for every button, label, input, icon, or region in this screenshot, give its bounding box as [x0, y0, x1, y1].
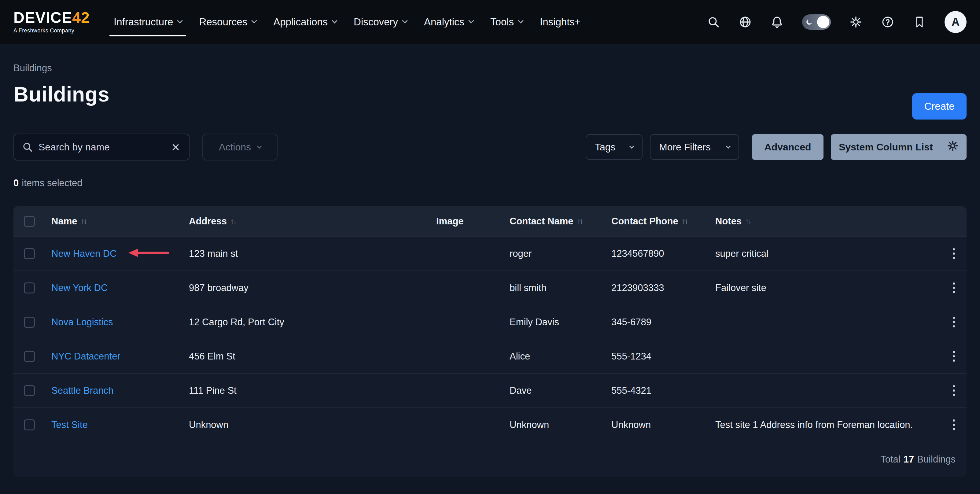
table-row: Test Site Unknown Unknown Unknown Test s… [13, 408, 967, 442]
kebab-menu-icon[interactable] [950, 349, 958, 364]
logo-subtitle: A Freshworks Company [13, 27, 93, 34]
nav-item-applications[interactable]: Applications [265, 0, 345, 44]
search-box[interactable]: × [13, 134, 189, 161]
building-name-link[interactable]: NYC Datacenter [51, 351, 121, 362]
building-name-link[interactable]: New Haven DC [51, 248, 117, 259]
address-cell: 111 Pine St [189, 385, 436, 396]
row-checkbox[interactable] [24, 385, 35, 396]
total-entity: Buildings [917, 454, 956, 465]
top-navigation-bar: DEVICE42 A Freshworks Company Infrastruc… [0, 0, 980, 44]
table-header-row: Name↑↓ Address↑↓ Image Contact Name↑↓ Co… [13, 206, 967, 236]
contact-name-cell: bill smith [509, 282, 611, 293]
sort-icon[interactable]: ↑↓ [682, 217, 687, 226]
page-content: Buildings Buildings Create × Actions Tag… [0, 63, 980, 476]
kebab-menu-icon[interactable] [950, 280, 958, 296]
globe-icon[interactable] [738, 15, 752, 29]
column-header-address[interactable]: Address↑↓ [189, 216, 436, 227]
column-header-contact-phone[interactable]: Contact Phone↑↓ [611, 216, 715, 227]
logo-brand-accent: 42 [72, 9, 90, 26]
items-selected-status: 0items selected [13, 178, 967, 189]
gear-icon [947, 140, 959, 154]
system-column-list-button[interactable]: System Column List [831, 134, 967, 160]
address-cell: 12 Cargo Rd, Port City [189, 317, 436, 328]
search-input[interactable] [38, 142, 165, 153]
total-count: 17 [904, 454, 914, 465]
actions-dropdown[interactable]: Actions [202, 134, 278, 161]
settings-gear-icon[interactable] [849, 15, 862, 29]
breadcrumb[interactable]: Buildings [13, 63, 967, 74]
nav-item-insights[interactable]: Insights+ [531, 0, 589, 44]
nav-item-analytics[interactable]: Analytics [415, 0, 482, 44]
building-name-link[interactable]: Seattle Branch [51, 385, 113, 396]
dark-mode-toggle[interactable] [802, 14, 831, 30]
row-checkbox[interactable] [24, 351, 35, 362]
contact-phone-cell: Unknown [611, 419, 715, 430]
chevron-down-icon [518, 18, 523, 23]
row-checkbox[interactable] [24, 317, 35, 328]
page-header: Buildings Buildings Create [13, 63, 967, 106]
select-all-checkbox[interactable] [24, 216, 35, 227]
help-icon[interactable] [881, 15, 894, 29]
device42-logo[interactable]: DEVICE42 A Freshworks Company [13, 10, 93, 34]
notes-cell: Failover site [715, 282, 941, 293]
building-name-link[interactable]: New York DC [51, 282, 108, 293]
nav-item-resources[interactable]: Resources [191, 0, 265, 44]
address-cell: 987 broadway [189, 282, 436, 293]
contact-name-cell: roger [509, 248, 611, 259]
contact-name-cell: Dave [509, 385, 611, 396]
row-checkbox[interactable] [24, 248, 35, 259]
moon-icon [805, 18, 813, 26]
building-name-link[interactable]: Test Site [51, 419, 88, 430]
row-checkbox[interactable] [24, 282, 35, 293]
row-checkbox[interactable] [24, 419, 35, 430]
table-row: NYC Datacenter 456 Elm St Alice 555-1234 [13, 339, 967, 373]
table-footer: Total 17 Buildings [13, 442, 967, 476]
contact-name-cell: Alice [509, 351, 611, 362]
building-name-link[interactable]: Nova Logistics [51, 317, 113, 327]
chevron-down-icon [251, 18, 257, 23]
nav-item-infrastructure[interactable]: Infrastructure [105, 0, 191, 44]
bookmark-icon[interactable] [913, 15, 926, 29]
notes-cell: Test site 1 Address info from Foreman lo… [715, 419, 941, 430]
sort-icon[interactable]: ↑↓ [577, 217, 582, 226]
nav-item-discovery[interactable]: Discovery [345, 0, 415, 44]
chevron-down-icon [629, 144, 634, 148]
sort-icon[interactable]: ↑↓ [745, 217, 751, 226]
logo-wordmark: DEVICE42 [13, 10, 93, 25]
chevron-down-icon [332, 18, 337, 23]
advanced-button[interactable]: Advanced [752, 134, 824, 160]
kebab-menu-icon[interactable] [950, 383, 958, 398]
kebab-menu-icon[interactable] [950, 417, 958, 433]
toggle-knob [817, 16, 829, 28]
column-header-notes[interactable]: Notes↑↓ [715, 216, 941, 227]
table-row: New York DC 987 broadway bill smith 2123… [13, 271, 967, 305]
chevron-down-icon [257, 144, 262, 148]
column-header-name[interactable]: Name↑↓ [51, 216, 189, 227]
chevron-down-icon [726, 144, 731, 148]
buildings-table: Name↑↓ Address↑↓ Image Contact Name↑↓ Co… [13, 206, 967, 476]
table-body: New Haven DC 123 main st roger 123456789… [13, 236, 967, 442]
table-row: Seattle Branch 111 Pine St Dave 555-4321 [13, 373, 967, 408]
create-button[interactable]: Create [912, 93, 967, 120]
notifications-bell-icon[interactable] [770, 15, 784, 29]
sort-icon[interactable]: ↑↓ [231, 217, 236, 226]
address-cell: Unknown [189, 419, 436, 430]
contact-phone-cell: 555-1234 [611, 351, 715, 362]
more-filters-dropdown[interactable]: More Filters [650, 134, 739, 160]
user-avatar[interactable]: A [945, 11, 967, 33]
search-icon [22, 142, 33, 153]
search-icon[interactable] [707, 15, 720, 29]
total-label: Total [880, 454, 900, 465]
contact-name-cell: Unknown [509, 419, 611, 430]
table-row: Nova Logistics 12 Cargo Rd, Port City Em… [13, 305, 967, 339]
kebab-menu-icon[interactable] [950, 314, 958, 330]
page-title: Buildings [13, 82, 967, 106]
tags-dropdown[interactable]: Tags [585, 134, 643, 160]
column-header-contact-name[interactable]: Contact Name↑↓ [509, 216, 611, 227]
kebab-menu-icon[interactable] [950, 246, 958, 261]
clear-search-icon[interactable]: × [170, 140, 181, 154]
nav-item-tools[interactable]: Tools [482, 0, 531, 44]
contact-name-cell: Emily Davis [509, 317, 611, 328]
sort-icon[interactable]: ↑↓ [81, 217, 86, 226]
address-cell: 456 Elm St [189, 351, 436, 362]
